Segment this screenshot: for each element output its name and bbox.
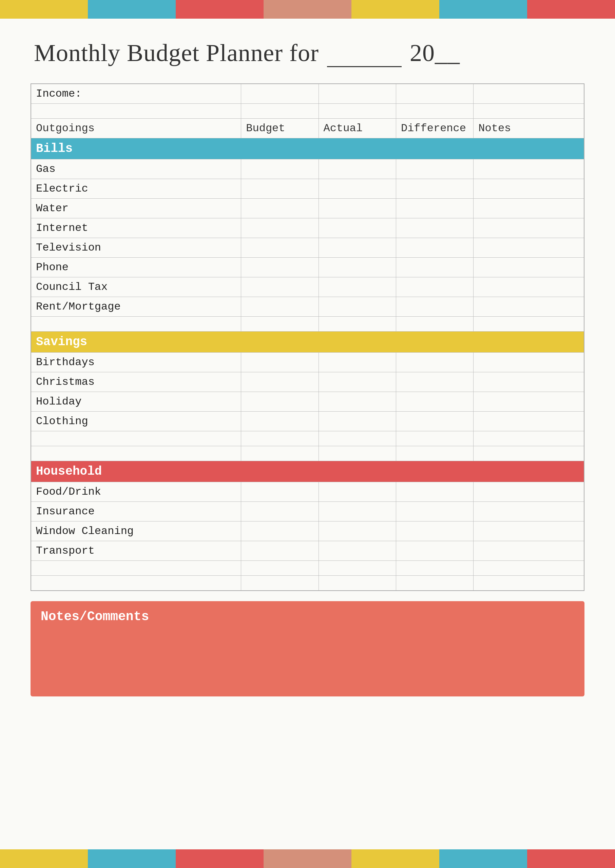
bottom-bar-5 xyxy=(351,849,439,868)
empty-row-1 xyxy=(31,104,584,118)
income-notes xyxy=(473,84,584,104)
row-christmas-label: Christmas xyxy=(31,372,241,392)
table-row: Transport xyxy=(31,541,584,561)
savings-section-label: Savings xyxy=(31,332,584,353)
income-label: Income: xyxy=(31,84,241,104)
row-gas-diff xyxy=(396,159,473,179)
row-council-tax-label: Council Tax xyxy=(31,277,241,297)
bottom-bar-7 xyxy=(527,849,615,868)
row-clothing-label: Clothing xyxy=(31,411,241,431)
row-water-label: Water xyxy=(31,199,241,218)
row-insurance-label: Insurance xyxy=(31,502,241,522)
title-area: Monthly Budget Planner for 20__ xyxy=(0,19,615,83)
top-bar-2 xyxy=(88,0,176,19)
income-diff xyxy=(396,84,473,104)
empty-row-3 xyxy=(31,431,584,446)
savings-section-row: Savings xyxy=(31,332,584,353)
col-diff-header: Difference xyxy=(396,118,473,138)
top-bar-6 xyxy=(439,0,527,19)
row-holiday-label: Holiday xyxy=(31,392,241,411)
table-row: Birthdays xyxy=(31,353,584,372)
income-row: Income: xyxy=(31,84,584,104)
bottom-bar-2 xyxy=(88,849,176,868)
bottom-bar-3 xyxy=(176,849,264,868)
table-row: Holiday xyxy=(31,392,584,411)
income-budget xyxy=(241,84,318,104)
row-transport-label: Transport xyxy=(31,541,241,561)
row-rent-label: Rent/Mortgage xyxy=(31,297,241,317)
row-gas-actual xyxy=(318,159,396,179)
row-food-label: Food/Drink xyxy=(31,482,241,502)
page: Monthly Budget Planner for 20__ Income: xyxy=(0,0,615,868)
top-bars xyxy=(0,0,615,19)
table-row: Phone xyxy=(31,258,584,277)
bottom-bars xyxy=(0,849,615,868)
col-budget-header: Budget xyxy=(241,118,318,138)
table-row: Internet xyxy=(31,218,584,238)
notes-container: Notes/Comments xyxy=(0,601,615,697)
bottom-bar-4 xyxy=(264,849,351,868)
empty-row-4 xyxy=(31,446,584,461)
empty-row-6 xyxy=(31,576,584,591)
top-bar-7 xyxy=(527,0,615,19)
col-notes-header: Notes xyxy=(473,118,584,138)
table-row: Electric xyxy=(31,179,584,199)
table-row: Rent/Mortgage xyxy=(31,297,584,317)
bottom-bar-1 xyxy=(0,849,88,868)
notes-title: Notes/Comments xyxy=(41,609,574,624)
row-electric-label: Electric xyxy=(31,179,241,199)
row-gas-notes xyxy=(473,159,584,179)
table-row: Clothing xyxy=(31,411,584,431)
household-section-label: Household xyxy=(31,461,584,482)
row-phone-label: Phone xyxy=(31,258,241,277)
month-line xyxy=(327,38,402,67)
page-title: Monthly Budget Planner for 20__ xyxy=(34,39,581,70)
table-row: Gas xyxy=(31,159,584,179)
budget-table: Income: Outgoings Budget Actual Differen… xyxy=(31,83,584,591)
income-actual xyxy=(318,84,396,104)
top-bar-4 xyxy=(264,0,351,19)
notes-box: Notes/Comments xyxy=(31,601,584,697)
table-row: Christmas xyxy=(31,372,584,392)
top-bar-3 xyxy=(176,0,264,19)
empty-row-5 xyxy=(31,561,584,576)
row-internet-label: Internet xyxy=(31,218,241,238)
table-container: Income: Outgoings Budget Actual Differen… xyxy=(0,83,615,591)
row-television-label: Television xyxy=(31,238,241,258)
row-gas-label: Gas xyxy=(31,159,241,179)
top-bar-5 xyxy=(351,0,439,19)
bottom-bar-6 xyxy=(439,849,527,868)
outgoings-header-row: Outgoings Budget Actual Difference Notes xyxy=(31,118,584,138)
bills-section-row: Bills xyxy=(31,138,584,159)
row-birthdays-label: Birthdays xyxy=(31,353,241,372)
table-row: Council Tax xyxy=(31,277,584,297)
table-row: Insurance xyxy=(31,502,584,522)
outgoings-label: Outgoings xyxy=(31,118,241,138)
row-window-cleaning-label: Window Cleaning xyxy=(31,522,241,541)
top-bar-1 xyxy=(0,0,88,19)
table-row: Window Cleaning xyxy=(31,522,584,541)
household-section-row: Household xyxy=(31,461,584,482)
row-gas-budget xyxy=(241,159,318,179)
table-row: Water xyxy=(31,199,584,218)
bills-section-label: Bills xyxy=(31,138,584,159)
notes-content xyxy=(41,627,574,688)
table-row: Television xyxy=(31,238,584,258)
empty-row-2 xyxy=(31,317,584,332)
table-row: Food/Drink xyxy=(31,482,584,502)
col-actual-header: Actual xyxy=(318,118,396,138)
